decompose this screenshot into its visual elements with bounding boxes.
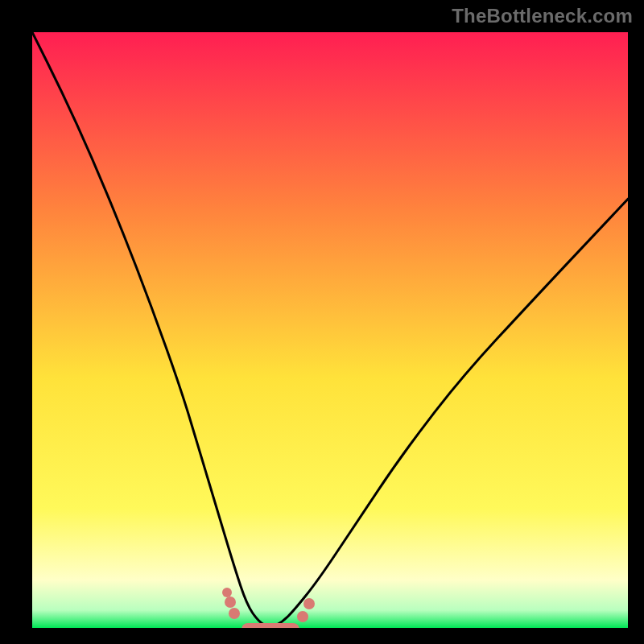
valley-dot: [303, 598, 315, 609]
outer-frame: TheBottleneck.com: [0, 0, 644, 644]
watermark-text: TheBottleneck.com: [452, 5, 633, 27]
chart-plot-area: [32, 32, 628, 628]
valley-dot: [222, 588, 232, 597]
chart-svg: [32, 32, 628, 628]
valley-dot: [297, 611, 308, 622]
gradient-background: [32, 32, 628, 628]
valley-dot: [229, 608, 240, 619]
valley-dot: [225, 597, 236, 608]
